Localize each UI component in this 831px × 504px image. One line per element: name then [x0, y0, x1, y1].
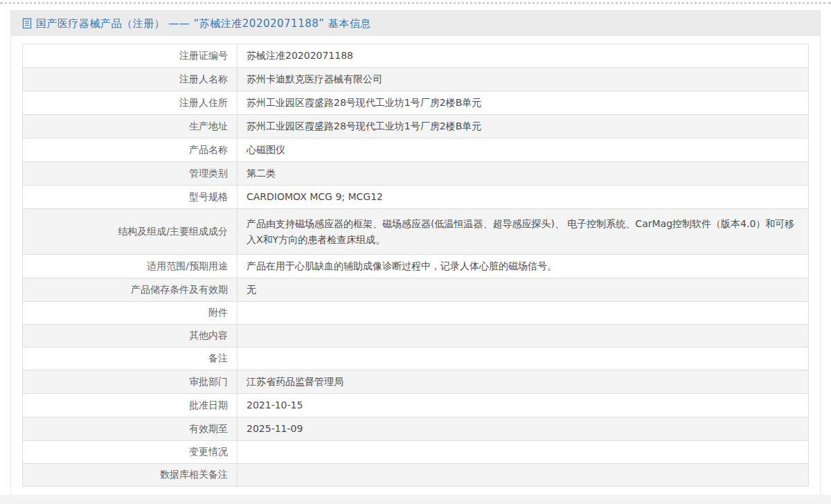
- document-icon: [22, 18, 33, 29]
- row-value: 产品在用于心肌缺血的辅助成像诊断过程中，记录人体心脏的磁场信号。: [238, 255, 809, 278]
- table-row: 批准日期2021-10-15: [23, 394, 809, 417]
- row-label: 管理类别: [23, 162, 238, 186]
- row-label: 生产地址: [23, 115, 238, 138]
- row-label: 其他内容: [23, 325, 238, 348]
- table-row: 注册人住所苏州工业园区霞盛路28号现代工业坊1号厂房2楼B单元: [23, 91, 809, 115]
- row-label: 注册证编号: [23, 44, 238, 68]
- table-row: 结构及组成/主要组成成分产品由支持磁场感应器的框架、磁场感应器(低温恒温器、超导…: [23, 209, 809, 255]
- table-row: 适用范围/预期用途产品在用于心肌缺血的辅助成像诊断过程中，记录人体心脏的磁场信号…: [23, 255, 809, 278]
- table-row: 管理类别第二类: [23, 162, 809, 186]
- table-row: 注册证编号苏械注准20202071188: [23, 44, 809, 68]
- table-row: 其他内容: [23, 325, 809, 348]
- row-label: 产品名称: [23, 138, 238, 162]
- row-value: 第二类: [238, 162, 809, 186]
- row-value: [238, 348, 809, 370]
- row-label: 备注: [23, 348, 238, 370]
- registration-info-panel: 国产医疗器械产品（注册） —— “苏械注准20202071188” 基本信息 注…: [10, 10, 821, 496]
- row-value: 心磁图仪: [238, 138, 809, 162]
- row-value: 苏州卡迪默克医疗器械有限公司: [238, 68, 809, 91]
- row-label: 变更情况: [23, 441, 238, 464]
- row-label: 适用范围/预期用途: [23, 255, 238, 278]
- row-value: CARDIOMOX MCG 9; MCG12: [238, 186, 809, 209]
- table-row: 附件: [23, 302, 809, 325]
- table-row: 型号规格CARDIOMOX MCG 9; MCG12: [23, 186, 809, 209]
- row-value: 苏州工业园区霞盛路28号现代工业坊1号厂房2楼B单元: [238, 115, 809, 138]
- row-value: 2025-11-09: [238, 417, 809, 441]
- row-value: [238, 464, 809, 487]
- row-value: 苏州工业园区霞盛路28号现代工业坊1号厂房2楼B单元: [238, 91, 809, 115]
- table-row: 审批部门江苏省药品监督管理局: [23, 370, 809, 394]
- row-value: 江苏省药品监督管理局: [238, 370, 809, 394]
- panel-body: 注册证编号苏械注准20202071188注册人名称苏州卡迪默克医疗器械有限公司注…: [11, 36, 820, 495]
- row-label: 有效期至: [23, 417, 238, 441]
- table-row: 数据库相关备注: [23, 464, 809, 487]
- page-title: 国产医疗器械产品（注册） —— “苏械注准20202071188” 基本信息: [22, 17, 371, 30]
- row-label: 批准日期: [23, 394, 238, 417]
- table-row: 产品储存条件及有效期无: [23, 278, 809, 302]
- row-label: 数据库相关备注: [23, 464, 238, 487]
- page-bottom-strip: [0, 494, 831, 504]
- row-label: 型号规格: [23, 186, 238, 209]
- table-row: 变更情况: [23, 441, 809, 464]
- registration-table-body: 注册证编号苏械注准20202071188注册人名称苏州卡迪默克医疗器械有限公司注…: [23, 44, 809, 487]
- row-label: 附件: [23, 302, 238, 325]
- row-label: 注册人住所: [23, 91, 238, 115]
- page-top-dotted-border: [0, 2, 831, 4]
- row-label: 审批部门: [23, 370, 238, 394]
- row-label: 结构及组成/主要组成成分: [23, 209, 238, 255]
- row-value: 产品由支持磁场感应器的框架、磁场感应器(低温恒温器、超导感应探头)、 电子控制系…: [238, 209, 809, 255]
- row-value: 苏械注准20202071188: [238, 44, 809, 68]
- row-value: 无: [238, 278, 809, 302]
- row-value: [238, 302, 809, 325]
- panel-header-bar: 国产医疗器械产品（注册） —— “苏械注准20202071188” 基本信息: [11, 11, 820, 36]
- table-row: 备注: [23, 348, 809, 370]
- table-row: 产品名称心磁图仪: [23, 138, 809, 162]
- row-value: [238, 441, 809, 464]
- table-row: 生产地址苏州工业园区霞盛路28号现代工业坊1号厂房2楼B单元: [23, 115, 809, 138]
- page-title-text: 国产医疗器械产品（注册） —— “苏械注准20202071188” 基本信息: [36, 17, 371, 30]
- row-label: 注册人名称: [23, 68, 238, 91]
- table-row: 有效期至2025-11-09: [23, 417, 809, 441]
- table-row: 注册人名称苏州卡迪默克医疗器械有限公司: [23, 68, 809, 91]
- registration-table: 注册证编号苏械注准20202071188注册人名称苏州卡迪默克医疗器械有限公司注…: [22, 44, 809, 487]
- row-value: [238, 325, 809, 348]
- row-value: 2021-10-15: [238, 394, 809, 417]
- row-label: 产品储存条件及有效期: [23, 278, 238, 302]
